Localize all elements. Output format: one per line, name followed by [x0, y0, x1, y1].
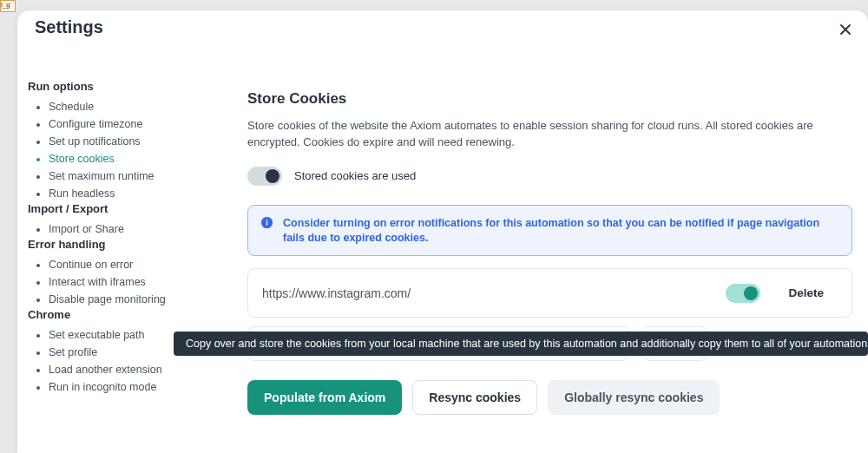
section-description: Store cookies of the website the Axiom a…: [247, 118, 820, 151]
close-icon[interactable]: [838, 23, 856, 40]
svg-rect-2: [266, 219, 268, 220]
info-banner: Consider turning on error notifications …: [247, 205, 852, 257]
sidebar-heading: Error handling: [28, 238, 219, 251]
sidebar-item[interactable]: Interact with iframes: [49, 273, 219, 291]
background-tab: l_g: [0, 0, 16, 12]
toggle-label: Stored cookies are used: [294, 169, 416, 182]
section-heading: Store Cookies: [247, 90, 852, 108]
global-resync-button[interactable]: Globally resync cookies: [548, 380, 720, 415]
sidebar-item[interactable]: Import or Share: [49, 220, 219, 238]
populate-button[interactable]: Populate from Axiom: [247, 380, 402, 415]
sidebar-item[interactable]: Run in incognito mode: [49, 378, 219, 396]
settings-modal: Settings Run optionsScheduleConfigure ti…: [17, 10, 868, 453]
sidebar-item[interactable]: Store cookies: [49, 150, 219, 167]
page-title: Settings: [35, 17, 103, 37]
sidebar-heading: Run options: [28, 80, 219, 93]
main-panel: Store Cookies Store cookies of the websi…: [247, 90, 852, 415]
delete-button[interactable]: Delete: [774, 281, 838, 305]
cookie-row: https://www.instagram.com/ Delete: [247, 268, 852, 318]
sidebar-item[interactable]: Continue on error: [49, 256, 219, 273]
sidebar-item[interactable]: Set maximum runtime: [49, 167, 219, 185]
sidebar-item[interactable]: Schedule: [49, 98, 219, 115]
tooltip: Copy over and store the cookies from you…: [174, 332, 868, 356]
sidebar-item[interactable]: Load another extension: [49, 361, 219, 378]
sidebar-item[interactable]: Disable page monitoring: [49, 291, 219, 308]
sidebar-item[interactable]: Set up notifications: [49, 133, 219, 150]
sidebar-item[interactable]: Configure timezone: [49, 115, 219, 133]
info-text: Consider turning on error notifications …: [283, 216, 839, 246]
cookie-url: https://www.instagram.com/: [262, 286, 712, 300]
svg-rect-1: [266, 221, 268, 226]
sidebar-item[interactable]: Run headless: [49, 185, 219, 202]
info-icon: [260, 216, 274, 246]
sidebar-heading: Import / Export: [28, 202, 219, 215]
cookie-enable-toggle[interactable]: [726, 284, 760, 303]
sidebar-heading: Chrome: [28, 308, 219, 321]
resync-button[interactable]: Resync cookies: [412, 380, 537, 415]
stored-cookies-toggle[interactable]: [247, 167, 282, 186]
